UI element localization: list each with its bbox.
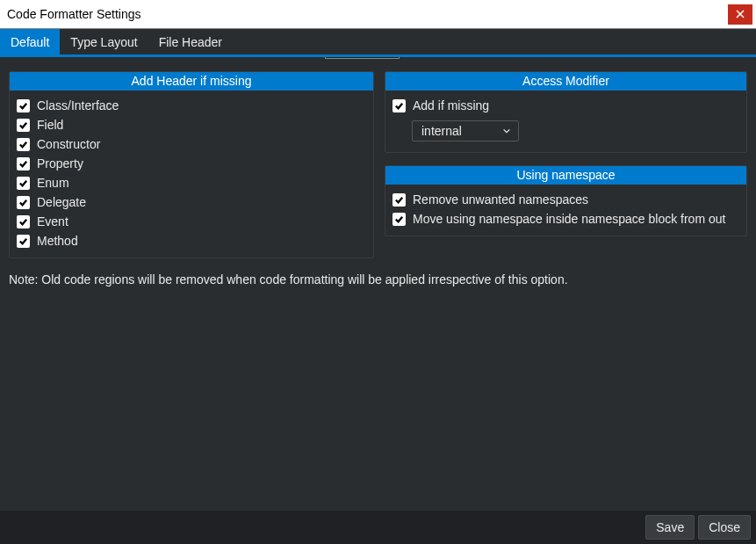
content-area: Add Header if missing Class/Interface Fi… <box>0 57 756 272</box>
checkbox-remove-unwanted[interactable]: Remove unwanted namespaces <box>392 190 739 209</box>
access-modifier-title: Access Modifier <box>385 72 746 91</box>
checkbox-label: Enum <box>37 176 69 190</box>
checkbox-move-inside[interactable]: Move using namespace inside namespace bl… <box>392 209 739 228</box>
checkbox-add-if-missing[interactable]: Add if missing <box>392 96 739 115</box>
checkbox-class-interface[interactable]: Class/Interface <box>17 96 366 115</box>
checkbox-constructor[interactable]: Constructor <box>17 134 366 154</box>
title-bar: Code Formatter Settings <box>0 0 756 29</box>
tab-bar: Default Type Layout File Header <box>0 29 756 57</box>
tab-type-layout[interactable]: Type Layout <box>60 29 148 54</box>
using-namespace-panel: Using namespace Remove unwanted namespac… <box>385 165 747 236</box>
checkbox-label: Move using namespace inside namespace bl… <box>413 212 725 226</box>
checkmark-icon <box>392 213 406 226</box>
checkbox-label: Event <box>37 214 68 228</box>
checkbox-label: Add if missing <box>413 98 489 112</box>
access-modifier-panel: Access Modifier Add if missing internal <box>385 71 747 153</box>
select-value: internal <box>421 124 462 138</box>
checkbox-method[interactable]: Method <box>17 231 366 250</box>
tab-file-header[interactable]: File Header <box>148 29 233 54</box>
checkbox-event[interactable]: Event <box>17 212 366 231</box>
checkmark-icon <box>17 196 30 209</box>
using-namespace-title: Using namespace <box>385 166 746 185</box>
close-button[interactable]: Close <box>698 515 751 540</box>
using-namespace-body: Remove unwanted namespaces Move using na… <box>385 185 746 236</box>
tab-default[interactable]: Default <box>0 29 60 54</box>
checkbox-label: Method <box>37 234 78 248</box>
checkbox-label: Field <box>37 118 63 132</box>
checkbox-enum[interactable]: Enum <box>17 173 366 192</box>
checkbox-label: Class/Interface <box>37 98 119 112</box>
checkmark-icon <box>17 177 30 190</box>
add-header-title: Add Header if missing <box>10 72 373 91</box>
footer-bar: Save Close <box>0 511 756 544</box>
checkmark-icon <box>17 138 30 151</box>
right-column: Access Modifier Add if missing internal … <box>385 71 747 236</box>
checkbox-field[interactable]: Field <box>17 115 366 134</box>
window-title: Code Formatter Settings <box>7 7 141 21</box>
access-modifier-body: Add if missing internal <box>385 91 746 152</box>
checkbox-label: Property <box>37 156 83 170</box>
window-close-button[interactable] <box>728 4 752 25</box>
close-icon <box>736 10 745 18</box>
save-button[interactable]: Save <box>645 515 695 540</box>
checkmark-icon <box>392 99 406 112</box>
checkmark-icon <box>17 99 30 112</box>
checkmark-icon <box>392 193 406 207</box>
access-modifier-select[interactable]: internal <box>412 120 519 141</box>
add-header-body: Class/Interface Field Constructor Proper… <box>10 91 373 257</box>
checkmark-icon <box>17 119 30 132</box>
checkbox-delegate[interactable]: Delegate <box>17 192 366 212</box>
checkmark-icon <box>17 235 30 248</box>
note-text: Note: Old code regions will be removed w… <box>0 272 756 287</box>
chevron-down-icon <box>502 127 511 135</box>
checkbox-property[interactable]: Property <box>17 154 366 173</box>
checkbox-label: Constructor <box>37 137 100 151</box>
checkbox-label: Delegate <box>37 195 86 209</box>
checkbox-label: Remove unwanted namespaces <box>413 192 588 207</box>
checkmark-icon <box>17 215 30 228</box>
add-header-panel: Add Header if missing Class/Interface Fi… <box>9 71 374 258</box>
checkmark-icon <box>17 157 30 170</box>
